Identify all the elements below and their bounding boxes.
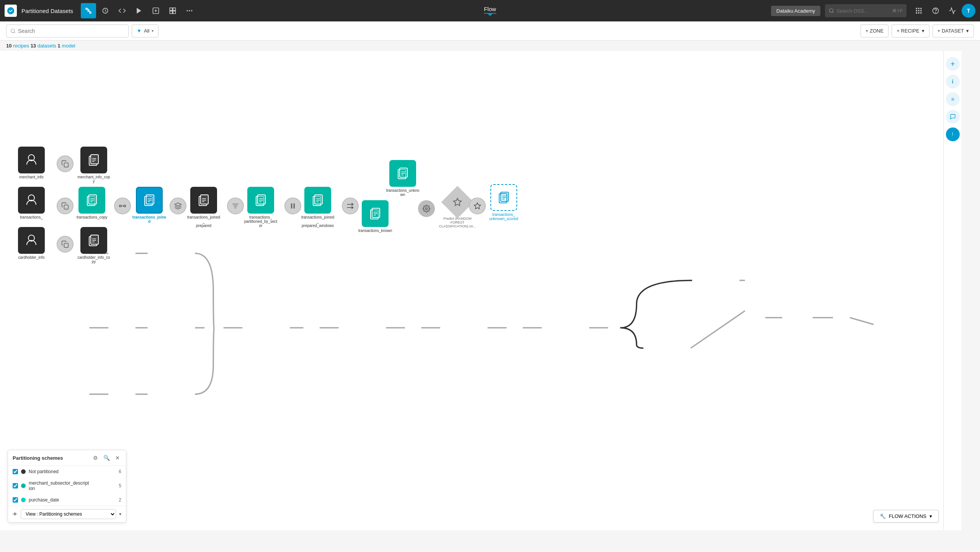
node-merchant-info[interactable]: merchant_info: [18, 147, 45, 179]
recipe-copy-1[interactable]: [57, 155, 74, 172]
nav-grid-btn[interactable]: [911, 3, 926, 18]
flow-actions-button[interactable]: 🔧 FLOW ACTIONS ▾: [873, 510, 939, 523]
nav-stats-btn[interactable]: [945, 3, 960, 18]
node-cardholder-info-copy[interactable]: cardholder_info_copy: [77, 227, 111, 264]
node-transactions-unknown[interactable]: transactions_unknown: [385, 160, 420, 197]
svg-point-9: [189, 10, 190, 11]
recipe-window[interactable]: [284, 198, 301, 214]
panel-settings-btn[interactable]: ⚙: [91, 454, 100, 462]
recipe-prepare-1[interactable]: [170, 198, 186, 214]
node-transactions[interactable]: transactions_: [18, 187, 45, 219]
add-dataset-button[interactable]: + DATASET ▾: [933, 24, 974, 38]
node-box-transactions-joined-prepared: [190, 187, 217, 214]
nav-more-btn[interactable]: [182, 3, 197, 18]
recipe-circle-prepare-1: [170, 198, 186, 214]
recipe-circle-split: [342, 198, 359, 214]
dataset-dropdown-icon: ▾: [966, 28, 969, 34]
node-label-merchant-info-copy: merchant_info_copy: [77, 175, 111, 183]
recipe-join[interactable]: [114, 198, 131, 214]
global-search-box[interactable]: ⌘⇧F: [825, 4, 906, 17]
partitioning-item-merchant-subsector[interactable]: merchant_subsector_description 5: [8, 477, 126, 494]
svg-rect-5: [173, 8, 176, 11]
recipes-label[interactable]: recipes: [13, 43, 31, 49]
recipe-sort[interactable]: [227, 198, 244, 214]
side-panel-list-btn[interactable]: ≡: [946, 92, 960, 106]
node-box-cardholder-info: [18, 227, 45, 254]
svg-rect-57: [146, 195, 154, 204]
model-label[interactable]: model: [62, 43, 75, 49]
nav-run-btn[interactable]: [131, 3, 147, 18]
nav-help-btn[interactable]: [928, 3, 943, 18]
partitioning-name-purchase-date: purchase_date: [29, 497, 116, 503]
nav-user-avatar[interactable]: T: [962, 4, 975, 18]
node-cardholder-info[interactable]: cardholder_info: [18, 227, 45, 260]
side-panel-info-btn[interactable]: i: [946, 75, 960, 88]
node-transactions-joined[interactable]: transactions_joined: [132, 187, 167, 224]
partitioning-checkbox-not-partitioned[interactable]: [13, 469, 18, 474]
recipe-circle-score: [469, 198, 486, 214]
svg-point-10: [191, 10, 192, 11]
node-transactions-joined-prepared-windows[interactable]: transactions_joined_prepared_windows: [301, 187, 335, 228]
svg-rect-72: [501, 192, 508, 201]
filter-button[interactable]: ▼ All ▾: [132, 24, 158, 38]
datasets-label[interactable]: datasets: [38, 43, 58, 49]
nav-code-btn[interactable]: [114, 3, 130, 18]
recipe-train[interactable]: [418, 200, 435, 217]
node-label-transactions-known: transactions_known: [358, 229, 392, 233]
partitioning-item-not-partitioned[interactable]: Not partitioned 6: [8, 466, 126, 477]
svg-rect-51: [64, 205, 69, 209]
recipe-copy-transactions[interactable]: [57, 198, 74, 214]
academy-button[interactable]: Dataiku Academy: [771, 6, 820, 16]
app-logo[interactable]: [5, 5, 17, 17]
nav-prepare-btn[interactable]: [98, 3, 113, 18]
node-transactions-joined-prepared[interactable]: transactions_joined_prepared: [186, 187, 221, 228]
search-shortcut: ⌘⇧F: [892, 8, 903, 13]
flow-search-wrap[interactable]: [6, 24, 129, 38]
partitioning-checkbox-merchant-subsector[interactable]: [13, 483, 18, 488]
side-panel-flag-btn[interactable]: !: [946, 127, 960, 141]
panel-close-btn[interactable]: ✕: [114, 454, 121, 462]
nav-deploy-btn[interactable]: [148, 3, 163, 18]
recipe-split[interactable]: [342, 198, 359, 214]
node-label-transactions-joined: transactions_joined: [132, 215, 167, 224]
flow-canvas[interactable]: merchant_info merchant_info_copy tra: [0, 51, 962, 530]
node-box-transactions: [18, 187, 45, 214]
summary-bar: 10 recipes 13 datasets 1 model: [0, 41, 980, 51]
svg-marker-70: [474, 203, 481, 209]
node-transactions-copy[interactable]: transactions_copy: [77, 187, 108, 219]
panel-header: Partitioning schemes ⚙ 🔍 ✕: [8, 450, 126, 466]
add-zone-button[interactable]: + ZONE: [861, 24, 889, 38]
svg-rect-63: [294, 203, 295, 208]
node-label-transactions-copy: transactions_copy: [77, 215, 108, 219]
node-box-merchant-info-copy: [80, 147, 107, 173]
recipe-dropdown-icon: ▾: [922, 28, 924, 34]
recipe-copy-cardholder[interactable]: [57, 236, 74, 253]
node-box-transactions-unknown-scored: [490, 184, 517, 211]
nav-dashboard-btn[interactable]: [165, 3, 180, 18]
side-panel-plus-btn[interactable]: +: [946, 57, 960, 71]
node-box-transactions-joined-prepared-windows: [304, 187, 331, 214]
global-search-input[interactable]: [836, 8, 890, 14]
svg-point-55: [124, 205, 126, 207]
side-panel-chat-btn[interactable]: [946, 110, 960, 124]
filter-chevron-icon: ▾: [152, 29, 154, 33]
nav-flow-btn[interactable]: [81, 3, 96, 18]
svg-rect-65: [315, 195, 322, 204]
partitioning-checkbox-purchase-date[interactable]: [13, 497, 18, 503]
add-recipe-button[interactable]: + RECIPE ▾: [892, 24, 929, 38]
flow-search-input[interactable]: [18, 28, 118, 34]
recipe-score[interactable]: [469, 198, 486, 214]
node-transactions-unknown-scored[interactable]: transactions_unknown_scored: [489, 184, 518, 221]
partitioning-name-not-partitioned: Not partitioned: [29, 469, 116, 474]
node-transactions-partitioned-by-sector[interactable]: transactions_partitioned_by_sector: [243, 187, 278, 228]
panel-view-select[interactable]: View : Partitioning schemes: [21, 509, 116, 519]
node-label-transactions-joined-prepared: transactions_joined_prepared: [186, 215, 221, 228]
panel-search-btn[interactable]: 🔍: [102, 454, 111, 462]
partitioning-item-purchase-date[interactable]: purchase_date 2: [8, 494, 126, 506]
node-transactions-known[interactable]: transactions_known: [358, 200, 392, 233]
node-label-transactions-unknown-scored: transactions_unknown_scored: [489, 212, 518, 221]
panel-footer: 👁 View : Partitioning schemes ▾: [8, 506, 126, 522]
node-merchant-info-copy[interactable]: merchant_info_copy: [77, 147, 111, 183]
node-label-transactions-unknown: transactions_unknown: [385, 188, 420, 197]
panel-title: Partitioning schemes: [13, 455, 89, 461]
